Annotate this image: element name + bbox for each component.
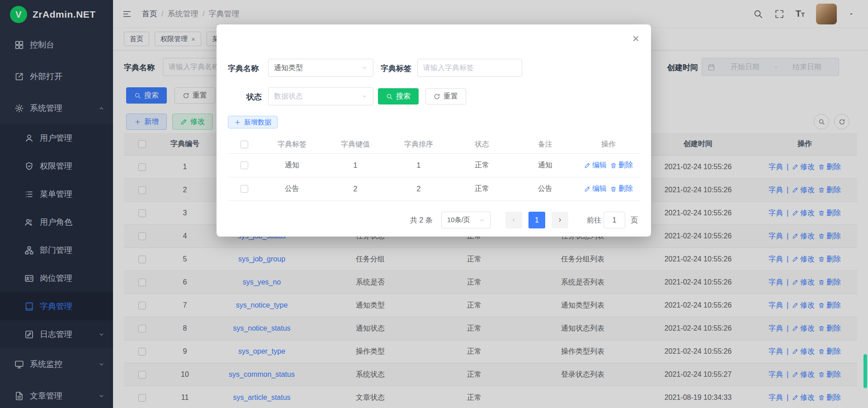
add-data-label: 新增数据 <box>244 118 271 127</box>
chevron-left-icon <box>510 217 517 223</box>
dialog-table-body: 通知11正常通知编辑删除公告22正常公告编辑删除 <box>228 154 640 201</box>
row-checkbox[interactable] <box>241 185 248 193</box>
dict-label-cell: 公告 <box>260 177 324 200</box>
column-header-dict-value: 字典键值 <box>324 136 387 153</box>
remark-cell: 通知 <box>514 154 577 177</box>
column-header-dict-label: 字典标签 <box>260 136 324 153</box>
checkbox-cell <box>228 154 260 177</box>
dict-value-cell: 2 <box>324 177 387 200</box>
prev-page-button[interactable] <box>505 212 522 228</box>
trash-icon <box>610 186 617 192</box>
status-select-placeholder: 数据状态 <box>274 92 303 101</box>
row-edit-link[interactable]: 编辑 <box>584 184 607 194</box>
pencil-icon <box>584 162 590 169</box>
status-select[interactable]: 数据状态 <box>268 87 373 105</box>
app-root: V ZrAdmin.NET 控制台外部打开系统管理用户管理权限管理菜单管理用户角… <box>0 0 868 408</box>
plus-icon <box>234 119 241 126</box>
goto-label: 前往 <box>587 216 601 225</box>
dict-sort-cell: 1 <box>387 154 450 177</box>
chevron-down-icon <box>361 65 368 71</box>
column-header-dict-sort: 字典排序 <box>387 136 450 153</box>
page-size-select[interactable]: 10条/页 <box>441 212 491 228</box>
row-edit-link[interactable]: 编辑 <box>584 161 607 170</box>
search-icon <box>386 93 393 100</box>
add-data-button[interactable]: 新增数据 <box>228 116 278 128</box>
row-edit-label: 编辑 <box>592 184 607 194</box>
row-delete-label: 删除 <box>618 184 633 194</box>
status-cell: 正常 <box>450 177 514 200</box>
dict-data-dialog: × 字典名称 通知类型 字典标签 状态 数据状态 搜索 重置 新增数据 <box>217 24 651 237</box>
dialog-search-button[interactable]: 搜索 <box>378 88 419 104</box>
row-edit-label: 编辑 <box>592 161 607 170</box>
status-cell: 正常 <box>450 154 514 177</box>
dialog-table-row: 公告22正常公告编辑删除 <box>228 177 640 201</box>
dict-sort-cell: 2 <box>387 177 450 200</box>
page-unit-label: 页 <box>631 216 638 225</box>
refresh-icon <box>434 93 440 100</box>
ops-cell: 编辑删除 <box>577 177 640 200</box>
chevron-down-icon <box>361 93 368 100</box>
checkbox-cell <box>228 177 260 200</box>
pencil-icon <box>584 186 590 192</box>
dialog-reset-button[interactable]: 重置 <box>425 88 466 104</box>
dialog-table-header: 字典标签 字典键值 字典排序 状态 备注 操作 <box>228 136 640 154</box>
dict-value-cell: 1 <box>324 154 387 177</box>
dialog-table: 字典标签 字典键值 字典排序 状态 备注 操作 通知11正常通知编辑删除公告22… <box>228 136 640 201</box>
goto-page-input[interactable] <box>604 212 625 228</box>
dict-name-select[interactable]: 通知类型 <box>268 59 373 77</box>
select-all-checkbox[interactable] <box>241 141 248 148</box>
dialog-reset-label: 重置 <box>443 92 458 101</box>
scrollbar-thumb[interactable] <box>863 354 867 388</box>
row-delete-link[interactable]: 删除 <box>610 184 633 194</box>
dialog-table-row: 通知11正常通知编辑删除 <box>228 154 640 177</box>
row-checkbox[interactable] <box>241 161 248 169</box>
trash-icon <box>610 162 617 169</box>
close-icon[interactable]: × <box>632 33 639 44</box>
chevron-right-icon <box>557 217 563 223</box>
dict-name-select-value: 通知类型 <box>274 63 303 73</box>
column-header-remark: 备注 <box>514 136 577 153</box>
row-delete-label: 删除 <box>618 161 633 170</box>
dict-label-cell: 通知 <box>260 154 324 177</box>
dict-tag-input[interactable] <box>417 59 522 77</box>
remark-cell: 公告 <box>514 177 577 200</box>
column-header-ops: 操作 <box>577 136 640 153</box>
row-actions: 编辑删除 <box>584 184 633 194</box>
next-page-button[interactable] <box>552 212 568 228</box>
column-header-status: 状态 <box>450 136 514 153</box>
dialog-dict-tag-label: 字典标签 <box>381 63 411 74</box>
page-size-value: 10条/页 <box>447 216 470 224</box>
page-number-button[interactable]: 1 <box>528 212 545 228</box>
dialog-search-label: 搜索 <box>396 92 410 101</box>
dialog-dict-name-label: 字典名称 <box>228 63 259 74</box>
pagination-total: 共 2 条 <box>410 216 433 225</box>
ops-cell: 编辑删除 <box>577 154 640 177</box>
row-actions: 编辑删除 <box>584 161 633 170</box>
row-delete-link[interactable]: 删除 <box>610 161 633 170</box>
chevron-down-icon <box>479 217 485 223</box>
dialog-status-label: 状态 <box>246 92 262 102</box>
